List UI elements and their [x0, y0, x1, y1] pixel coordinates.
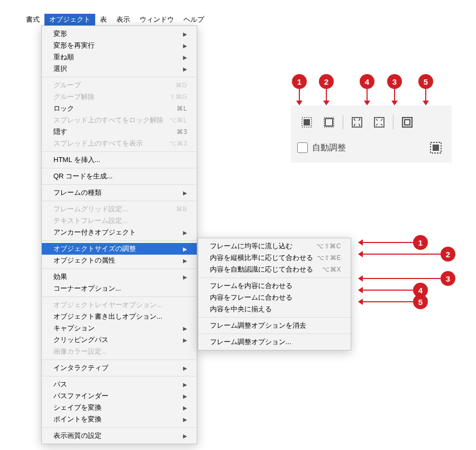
submenu-arrow-icon: ▶ — [183, 405, 187, 411]
auto-fit-checkbox[interactable] — [297, 142, 308, 153]
menu-item[interactable]: 変形を再実行▶ — [42, 40, 197, 51]
menu-separator — [42, 184, 197, 185]
callout-arrow — [326, 89, 327, 105]
menubar-item[interactable]: 表示 — [112, 14, 135, 25]
menu-item[interactable]: オブジェクトサイズの調整▶ — [42, 243, 197, 255]
menu-item-label: アンカー付きオブジェクト — [53, 228, 136, 237]
menu-item[interactable]: フレームの種類▶ — [42, 187, 197, 199]
menu-item[interactable]: アンカー付きオブジェクト▶ — [42, 227, 197, 238]
submenu-arrow-icon: ▶ — [183, 190, 187, 196]
menu-item-label: インタラクティブ — [53, 363, 108, 373]
menu-item-label: 隠す — [53, 127, 67, 137]
svg-rect-4 — [352, 118, 362, 127]
submenu-arrow-icon: ▶ — [183, 43, 187, 49]
menu-item[interactable]: 表示画質の設定▶ — [42, 430, 197, 442]
menu-item-label: オブジェクトサイズの調整 — [53, 244, 136, 254]
menu-separator — [42, 296, 197, 297]
menu-item[interactable]: 内容を自動認識に応じて合わせる⌥⌘X — [198, 264, 351, 275]
submenu-arrow-icon: ▶ — [183, 55, 187, 60]
menu-item[interactable]: キャプション▶ — [42, 322, 197, 334]
callout-badge: 3 — [441, 271, 455, 286]
menu-item[interactable]: コーナーオプション... — [42, 283, 197, 294]
callout-badge: 5 — [418, 74, 433, 89]
menu-separator — [42, 168, 197, 168]
callout-badge: 5 — [413, 294, 428, 309]
menubar-item[interactable]: ウィンドウ — [135, 14, 179, 25]
menu-item[interactable]: オブジェクトの属性▶ — [42, 255, 197, 266]
menubar-item[interactable]: 書式 — [21, 14, 44, 25]
menu-item: フレームグリッド設定...⌘B — [42, 203, 197, 215]
menu-item[interactable]: 内容を中央に揃える — [198, 303, 351, 315]
menu-item[interactable]: ロック⌘L — [42, 103, 197, 114]
menu-shortcut: ⌘L — [177, 105, 187, 112]
menu-item-label: 内容をフレームに合わせる — [210, 293, 292, 302]
callout-arrow — [299, 89, 300, 105]
menu-item[interactable]: インタラクティブ▶ — [42, 362, 197, 374]
menu-item-label: 変形 — [53, 29, 67, 39]
fitting-icon-2[interactable] — [319, 113, 338, 132]
auto-fit-checkbox-row[interactable]: 自動調整 — [297, 142, 346, 154]
menu-item-label: コーナーオプション... — [53, 284, 121, 293]
menu-item[interactable]: オブジェクト書き出しオプション... — [42, 311, 197, 322]
menu-item-label: オブジェクトの属性 — [53, 256, 115, 265]
menu-item: 画像カラー設定... — [42, 346, 197, 357]
menu-item-label: フレーム調整オプション... — [210, 337, 291, 347]
svg-rect-3 — [325, 119, 333, 126]
menu-shortcut: ⌘B — [176, 205, 187, 213]
fitting-icon-1[interactable] — [297, 113, 316, 132]
fitting-submenu: フレームに均等に流し込む⌥⇧⌘C内容を縦横比率に応じて合わせる⌥⇧⌘E内容を自動… — [198, 238, 351, 350]
menu-item[interactable]: 内容をフレームに合わせる — [198, 292, 351, 303]
menu-item[interactable]: HTML を挿入... — [42, 154, 197, 166]
menu-item[interactable]: QR コードを生成... — [42, 170, 197, 182]
menu-item: オブジェクトレイヤーオプション... — [42, 299, 197, 311]
menu-item[interactable]: クリッピングパス▶ — [42, 334, 197, 346]
menu-item[interactable]: フレーム調整オプション... — [198, 336, 351, 348]
fitting-options-icon[interactable] — [426, 138, 445, 157]
callout-arrow — [359, 278, 441, 279]
menu-item[interactable]: フレームを内容に合わせる — [198, 280, 351, 292]
submenu-arrow-icon: ▶ — [183, 31, 187, 37]
menubar-item[interactable]: 表 — [95, 14, 112, 25]
submenu-arrow-icon: ▶ — [183, 230, 187, 236]
menu-item[interactable]: 選択▶ — [42, 63, 197, 75]
callout-arrow — [359, 301, 413, 302]
menu-shortcut: ⌥⌘L — [169, 116, 187, 124]
callout-badge: 2 — [319, 74, 334, 89]
menu-item[interactable]: 変形▶ — [42, 28, 197, 40]
menu-separator — [42, 201, 197, 201]
menu-item[interactable]: ポイントを変換▶ — [42, 413, 197, 425]
menu-item[interactable]: 隠す⌘3 — [42, 126, 197, 138]
menu-item[interactable]: 効果▶ — [42, 271, 197, 283]
menu-shortcut: ⌥⌘X — [322, 266, 341, 273]
menubar-item[interactable]: ヘルプ — [179, 14, 209, 25]
menu-item-label: オブジェクト書き出しオプション... — [53, 312, 162, 321]
fitting-panel: 自動調整 — [291, 105, 452, 163]
menu-item[interactable]: 内容を縦横比率に応じて合わせる⌥⇧⌘E — [198, 252, 351, 264]
callout-badge: 1 — [413, 235, 428, 250]
fitting-icon-5[interactable] — [398, 113, 417, 132]
menu-shortcut: ⌥⌘3 — [169, 140, 187, 147]
menu-item-label: クリッピングパス — [53, 335, 108, 345]
menu-item-label: グループ解除 — [53, 92, 95, 102]
menu-separator — [42, 240, 197, 241]
menu-item[interactable]: 重ね順▶ — [42, 51, 197, 63]
menu-separator — [198, 334, 351, 334]
fitting-icon-3[interactable] — [347, 113, 367, 132]
fitting-icon-4[interactable] — [370, 113, 389, 132]
menu-item[interactable]: パス▶ — [42, 379, 197, 390]
svg-rect-7 — [405, 120, 410, 125]
submenu-arrow-icon: ▶ — [183, 433, 187, 439]
menu-item-label: 重ね順 — [53, 52, 74, 62]
svg-rect-1 — [304, 119, 310, 125]
menu-item[interactable]: フレームに均等に流し込む⌥⇧⌘C — [198, 240, 351, 252]
menu-item[interactable]: パスファインダー▶ — [42, 390, 197, 402]
menu-item-label: フレーム調整オプションを消去 — [210, 321, 306, 330]
menu-item-label: オブジェクトレイヤーオプション... — [53, 300, 162, 310]
menubar-item[interactable]: オブジェクト — [44, 14, 95, 25]
menu-item[interactable]: フレーム調整オプションを消去 — [198, 320, 351, 331]
callout-arrow — [359, 290, 413, 291]
menu-item[interactable]: シェイプを変換▶ — [42, 402, 197, 413]
submenu-arrow-icon: ▶ — [183, 382, 187, 388]
menu-separator — [42, 427, 197, 428]
svg-rect-9 — [433, 145, 439, 151]
